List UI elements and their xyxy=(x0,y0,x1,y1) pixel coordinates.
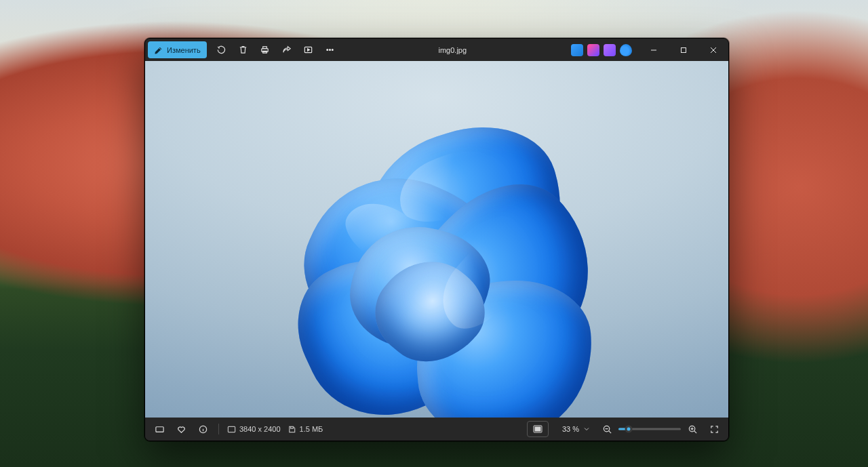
filmstrip-icon xyxy=(155,424,165,434)
displayed-image xyxy=(260,92,613,418)
fullscreen-button[interactable] xyxy=(704,418,724,441)
delete-button[interactable] xyxy=(233,39,254,61)
slider-thumb[interactable] xyxy=(625,426,632,433)
info-button[interactable] xyxy=(193,418,213,441)
edit-button[interactable]: Изменить xyxy=(148,41,207,58)
edit-icon xyxy=(154,45,163,55)
photos-editor-app-icon[interactable] xyxy=(571,44,583,56)
more-button[interactable] xyxy=(319,39,341,61)
rotate-icon xyxy=(216,45,226,55)
zoom-value: 33 % xyxy=(562,425,579,433)
share-icon xyxy=(281,45,292,55)
chevron-down-icon xyxy=(583,426,590,432)
separator xyxy=(218,424,219,434)
edit-button-label: Изменить xyxy=(167,46,201,54)
filmstrip-button[interactable] xyxy=(149,418,170,441)
svg-point-6 xyxy=(332,49,333,51)
svg-rect-12 xyxy=(535,427,540,431)
slideshow-button[interactable] xyxy=(298,39,319,61)
close-button[interactable] xyxy=(698,39,728,61)
more-icon xyxy=(325,45,335,55)
statusbar: 3840 x 2400 1.5 МБ 33 % xyxy=(145,418,728,441)
titlebar: Изменить img0.jpg xyxy=(145,39,728,61)
image-filesize: 1.5 МБ xyxy=(285,425,326,434)
designer-app-icon[interactable] xyxy=(587,44,599,56)
info-icon xyxy=(198,424,208,434)
app-launchers xyxy=(564,44,639,56)
disk-icon xyxy=(288,425,296,434)
trash-icon xyxy=(238,45,248,55)
window-title: img0.jpg xyxy=(439,46,467,54)
maximize-button[interactable] xyxy=(669,39,698,61)
rotate-button[interactable] xyxy=(211,39,233,61)
svg-rect-1 xyxy=(263,47,267,49)
print-icon xyxy=(260,45,270,55)
zoom-in-button[interactable] xyxy=(682,418,703,441)
slideshow-icon xyxy=(303,45,313,55)
photos-app-window: Изменить img0.jpg xyxy=(144,38,729,441)
svg-point-5 xyxy=(330,49,331,51)
filesize-value: 1.5 МБ xyxy=(300,425,323,433)
zoom-out-icon xyxy=(602,424,612,434)
svg-point-4 xyxy=(327,49,328,51)
share-button[interactable] xyxy=(276,39,298,61)
fit-to-window-button[interactable] xyxy=(527,421,549,437)
zoom-in-icon xyxy=(688,424,698,434)
close-icon xyxy=(710,47,717,54)
maximize-icon xyxy=(680,47,687,54)
image-dimensions: 3840 x 2400 xyxy=(224,425,283,434)
minimize-button[interactable] xyxy=(639,39,669,61)
zoom-readout[interactable]: 33 % xyxy=(557,425,595,433)
favorite-button[interactable] xyxy=(171,418,191,441)
zoom-out-button[interactable] xyxy=(597,418,617,441)
zoom-slider[interactable] xyxy=(618,423,681,435)
image-viewport[interactable] xyxy=(145,61,728,418)
svg-rect-10 xyxy=(228,426,235,432)
fullscreen-icon xyxy=(709,424,719,434)
onedrive-app-icon[interactable] xyxy=(620,44,632,56)
minimize-icon xyxy=(650,47,657,54)
fit-icon xyxy=(533,425,542,433)
dimensions-icon xyxy=(227,425,236,434)
clipchamp-app-icon[interactable] xyxy=(604,44,616,56)
print-button[interactable] xyxy=(254,39,276,61)
heart-icon xyxy=(176,424,186,434)
svg-rect-7 xyxy=(682,47,686,52)
dimensions-value: 3840 x 2400 xyxy=(239,425,281,433)
svg-rect-8 xyxy=(155,426,163,432)
